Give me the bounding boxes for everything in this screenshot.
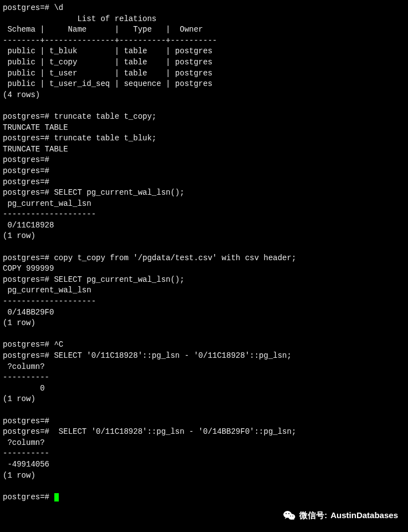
- table-separator: --------+---------------+----------+----…: [3, 36, 217, 45]
- response: TRUNCATE TABLE: [3, 123, 68, 132]
- prompt: postgres=#: [3, 166, 49, 175]
- response: COPY 999999: [3, 264, 54, 273]
- watermark-name: AustinDatabases: [330, 509, 398, 521]
- prompt: postgres=#: [3, 3, 49, 12]
- row-count: (1 row): [3, 471, 35, 480]
- prompt: postgres=#: [3, 351, 49, 360]
- table-row: public | t_bluk | table | postgres: [3, 47, 212, 55]
- cmd-text: copy t_copy from '/pgdata/test.csv' with…: [54, 254, 296, 262]
- prompt: postgres=#: [3, 155, 49, 164]
- prompt: postgres=#: [3, 134, 49, 143]
- svg-point-3: [288, 513, 289, 514]
- table-row: public | t_user_id_seq | sequence | post…: [3, 79, 212, 88]
- cmd-text: SELECT '0/11C18928'::pg_lsn - '0/14BB29F…: [54, 427, 296, 436]
- terminal-output[interactable]: postgres=# \d List of relations Schema |…: [3, 3, 405, 503]
- prompt: postgres=#: [3, 340, 49, 349]
- prompt: postgres=#: [3, 417, 49, 425]
- table-header: List of relations: [3, 14, 156, 23]
- prompt: postgres=#: [3, 275, 49, 284]
- result-value: 0/11C18928: [3, 221, 54, 230]
- result-separator: --------------------: [3, 210, 96, 219]
- cmd-text: SELECT pg_current_wal_lsn();: [54, 188, 184, 197]
- prompt: postgres=#: [3, 178, 49, 186]
- svg-point-2: [285, 513, 287, 514]
- row-count: (1 row): [3, 231, 35, 240]
- prompt: postgres=#: [3, 188, 49, 197]
- row-count: (4 rows): [3, 90, 40, 99]
- result-column: pg_current_wal_lsn: [3, 199, 96, 208]
- result-column: pg_current_wal_lsn: [3, 286, 96, 295]
- prompt: postgres=#: [3, 427, 49, 436]
- cmd-text: truncate table t_bluk;: [54, 134, 156, 143]
- row-count: (1 row): [3, 318, 35, 327]
- cmd-text: SELECT pg_current_wal_lsn();: [54, 275, 184, 284]
- prompt: postgres=#: [3, 112, 49, 121]
- ctrl-c: ^C: [54, 340, 63, 349]
- svg-point-5: [293, 515, 294, 516]
- result-value: -49914056: [3, 460, 49, 469]
- row-count: (1 row): [3, 394, 35, 403]
- result-column: ?column?: [3, 362, 49, 371]
- cmd-text: SELECT '0/11C18928'::pg_lsn - '0/11C1892…: [54, 351, 291, 360]
- table-row: public | t_copy | table | postgres: [3, 58, 212, 67]
- prompt: postgres=#: [3, 254, 49, 262]
- result-separator: --------------------: [3, 297, 96, 306]
- watermark: 微信号: AustinDatabases: [283, 509, 398, 521]
- table-row: public | t_user | table | postgres: [3, 69, 212, 78]
- cmd-text: truncate table t_copy;: [54, 112, 156, 121]
- response: TRUNCATE TABLE: [3, 145, 68, 154]
- cmd-text: \d: [54, 3, 63, 12]
- result-value: 0: [3, 384, 45, 393]
- table-columns: Schema | Name | Type | Owner: [3, 25, 217, 34]
- svg-point-1: [288, 514, 295, 519]
- cursor-icon: [54, 493, 59, 501]
- result-separator: ----------: [3, 373, 49, 382]
- wechat-icon: [283, 510, 296, 521]
- result-column: ?column?: [3, 438, 49, 447]
- prompt: postgres=#: [3, 493, 49, 501]
- result-value: 0/14BB29F0: [3, 308, 54, 317]
- watermark-label: 微信号:: [299, 509, 327, 521]
- svg-point-4: [290, 515, 292, 516]
- result-separator: ----------: [3, 449, 49, 458]
